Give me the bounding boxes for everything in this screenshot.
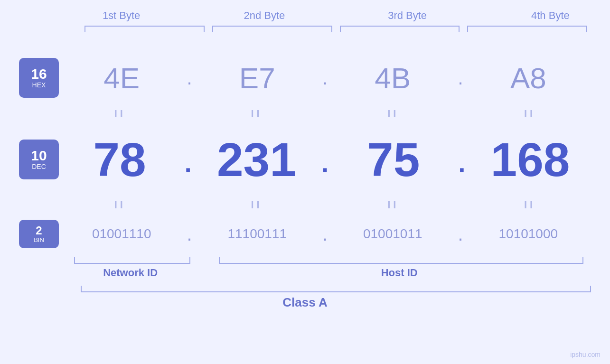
dec-oct1: 78 (59, 132, 180, 187)
hex-values: 4E . E7 . 4B . A8 (59, 61, 591, 95)
hex-oct4: A8 (466, 61, 591, 95)
dec-dot3: . (454, 140, 469, 178)
bracket-top-4 (467, 26, 587, 32)
bracket-byte3 (336, 26, 464, 35)
dot-spacer-2 (194, 267, 207, 279)
bin-badge: 2 BIN (19, 220, 59, 248)
eq-row-dec: II II II II (19, 198, 591, 212)
dec-badge: 10 DEC (19, 140, 59, 179)
bracket-top-1 (84, 26, 205, 32)
byte4-label: 4th Byte (479, 9, 610, 26)
bin-row: 2 BIN 01001110 . 11100111 . 01001011 . 1… (19, 213, 591, 255)
host-id-text: Host ID (381, 267, 418, 279)
class-bracket-row (81, 286, 591, 292)
hex-dot1: . (184, 68, 194, 87)
main-container: 1st Byte 2nd Byte 3rd Byte 4th Byte 16 H… (0, 0, 610, 364)
class-label: Class A (282, 295, 327, 310)
host-bracket (215, 257, 587, 264)
dec-oct2: 231 (196, 132, 317, 187)
hex-base-number: 16 (31, 67, 47, 81)
bracket-byte1 (81, 26, 208, 35)
dec-oct4: 168 (469, 132, 591, 187)
bin-base-number: 2 (36, 225, 42, 236)
hex-badge: 16 HEX (19, 58, 59, 98)
host-id-label: Host ID (207, 267, 591, 279)
bin-dot3: . (455, 224, 465, 243)
dec-oct3: 75 (333, 132, 454, 187)
byte3-label: 3rd Byte (336, 9, 479, 26)
bin-dot2: . (320, 224, 330, 243)
network-id-label: Network ID (66, 267, 194, 279)
eq5: II (59, 199, 181, 211)
watermark: ipshu.com (570, 351, 601, 358)
bin-base-label: BIN (34, 236, 44, 243)
bin-dot1: . (184, 224, 194, 243)
eq-inner-1: II II II II (59, 108, 591, 120)
network-bracket-line (74, 257, 190, 264)
eq-row-hex: II II II II (19, 107, 591, 121)
hex-oct3: 4B (330, 61, 455, 95)
byte2-label: 2nd Byte (193, 9, 336, 26)
bracket-byte2 (208, 26, 336, 35)
eq6: II (196, 199, 318, 211)
eq8: II (469, 199, 591, 211)
eq-inner-2: II II II II (59, 199, 591, 211)
eq2: II (196, 108, 318, 120)
bin-values: 01001110 . 11100111 . 01001011 . 1010100… (59, 224, 591, 243)
network-id-text: Network ID (103, 267, 158, 279)
eq4: II (469, 108, 591, 120)
hex-base-label: HEX (32, 81, 46, 89)
bracket-top-3 (340, 26, 460, 32)
dec-dot1: . (180, 140, 196, 178)
eq7: II (332, 199, 455, 211)
bracket-top-2 (212, 26, 332, 32)
hex-oct1: 4E (59, 61, 184, 95)
byte1-label: 1st Byte (50, 9, 193, 26)
dec-values: 78 . 231 . 75 . 168 (59, 132, 591, 187)
hex-dot3: . (455, 68, 465, 87)
eq3: II (332, 108, 455, 120)
bracket-byte4 (463, 26, 591, 35)
eq1: II (59, 108, 181, 120)
class-bracket-line (81, 286, 591, 292)
dec-base-number: 10 (31, 149, 47, 163)
dec-dot2: . (317, 140, 332, 178)
bin-oct3: 01001011 (330, 226, 455, 242)
bin-oct1: 01001110 (59, 226, 184, 242)
network-bracket (70, 257, 194, 264)
id-labels: Network ID Host ID (66, 267, 591, 279)
bin-oct2: 11100111 (195, 226, 320, 242)
host-bracket-line (219, 257, 583, 264)
top-bracket-row (81, 26, 591, 35)
hex-oct2: E7 (195, 61, 320, 95)
dec-base-label: DEC (32, 163, 46, 171)
dec-row: 10 DEC 78 . 231 . 75 . 168 (19, 121, 591, 197)
hex-dot2: . (320, 68, 330, 87)
bottom-brackets-container (66, 257, 591, 264)
bin-oct4: 10101000 (466, 226, 591, 242)
byte-labels-row: 1st Byte 2nd Byte 3rd Byte 4th Byte (50, 9, 610, 26)
hex-row: 16 HEX 4E . E7 . 4B . A8 (19, 49, 591, 106)
